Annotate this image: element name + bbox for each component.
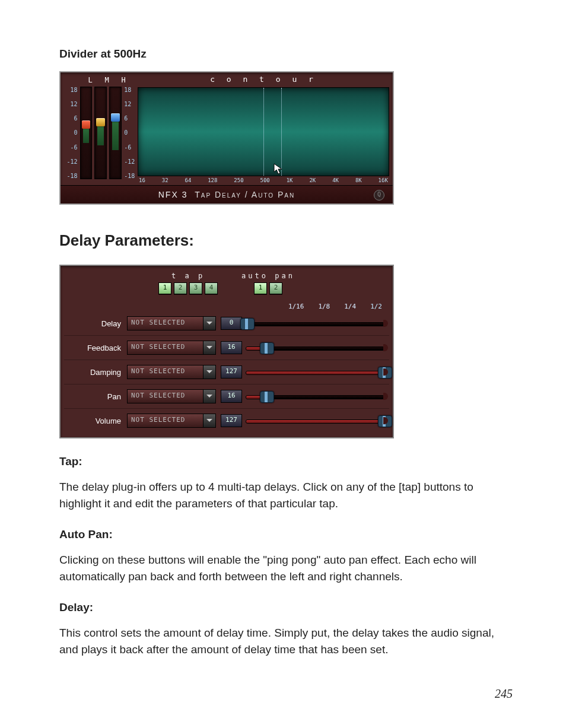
- chevron-down-icon[interactable]: [203, 316, 216, 330]
- param-slider[interactable]: [246, 392, 384, 400]
- param-select[interactable]: NOT SELECTED: [127, 341, 216, 354]
- param-label: Feedback: [64, 344, 127, 352]
- nfx-footer-bar: NFX 3 Tap Delay / Auto Pan Q: [61, 185, 393, 204]
- section-tap-heading: Tap:: [59, 455, 513, 468]
- tap-button-4[interactable]: 4: [205, 282, 218, 294]
- section-tap-body: The delay plug-in offers up to 4 multi-t…: [59, 479, 513, 511]
- param-select[interactable]: NOT SELECTED: [127, 414, 216, 427]
- autopan-button-2[interactable]: 2: [269, 282, 282, 294]
- band-slider-low[interactable]: [80, 87, 93, 179]
- param-value[interactable]: 127: [221, 365, 242, 379]
- lmh-label-l: L: [88, 76, 92, 84]
- tap-button-3[interactable]: 3: [189, 282, 202, 294]
- contour-title: c o n t o u r: [138, 75, 389, 84]
- param-select[interactable]: NOT SELECTED: [127, 317, 216, 330]
- chevron-down-icon[interactable]: [203, 365, 216, 379]
- section-delay-heading: Delay:: [59, 601, 513, 614]
- delay-parameters-panel: t a p 1 2 3 4 auto pan 1 2 1/16 1/8 1/4 …: [59, 265, 394, 438]
- tap-group: t a p 1 2 3 4: [158, 272, 218, 294]
- param-row-delay: DelayNOT SELECTED0: [64, 311, 389, 335]
- band-slider-mid[interactable]: [94, 87, 107, 179]
- contour-graph[interactable]: [138, 87, 389, 176]
- param-label: Volume: [64, 417, 127, 425]
- param-label: Damping: [64, 368, 127, 377]
- lmh-label-h: H: [121, 76, 125, 84]
- param-slider[interactable]: [246, 417, 384, 425]
- param-select-text: NOT SELECTED: [127, 389, 203, 403]
- param-value[interactable]: 16: [221, 341, 242, 354]
- lmh-sliders: L M H 18 12 6 0 -6 -12 -18 18: [61, 72, 138, 185]
- param-row-pan: PanNOT SELECTED16: [64, 384, 389, 408]
- param-row-damping: DampingNOT SELECTED127: [64, 360, 389, 384]
- param-value[interactable]: 16: [221, 390, 242, 403]
- frequency-axis: 16 32 64 128 250 500 1K 2K 4K 8K 16K: [138, 176, 389, 183]
- nfx-contour-panel: L M H 18 12 6 0 -6 -12 -18 18: [59, 71, 394, 205]
- heading-divider: Divider at 500Hz: [59, 47, 513, 61]
- autopan-group: auto pan 1 2: [241, 272, 295, 294]
- param-select-text: NOT SELECTED: [127, 341, 203, 355]
- nfx-footer-text: NFX 3 Tap Delay / Auto Pan: [158, 190, 295, 199]
- heading-delay-parameters: Delay Parameters:: [59, 231, 513, 250]
- chevron-down-icon[interactable]: [203, 341, 216, 355]
- band-slider-high[interactable]: [109, 87, 122, 179]
- time-ruler: 1/16 1/8 1/4 1/2: [61, 303, 393, 311]
- db-scale-left: 18 12 6 0 -6 -12 -18: [63, 87, 79, 179]
- section-delay-body: This control sets the amount of delay ti…: [59, 625, 513, 657]
- param-row-volume: VolumeNOT SELECTED127: [64, 408, 389, 433]
- tap-button-2[interactable]: 2: [174, 282, 187, 294]
- param-select[interactable]: NOT SELECTED: [127, 390, 216, 403]
- param-row-feedback: FeedbackNOT SELECTED16: [64, 335, 389, 360]
- param-label: Delay: [64, 319, 127, 328]
- tap-group-label: t a p: [158, 272, 218, 280]
- autopan-button-1[interactable]: 1: [254, 282, 267, 294]
- param-label: Pan: [64, 392, 127, 401]
- param-select-text: NOT SELECTED: [127, 365, 203, 379]
- param-select[interactable]: NOT SELECTED: [127, 365, 216, 379]
- autopan-group-label: auto pan: [241, 272, 295, 280]
- param-slider[interactable]: [246, 319, 384, 328]
- tap-button-1[interactable]: 1: [158, 282, 171, 294]
- param-value[interactable]: 0: [221, 317, 242, 330]
- chevron-down-icon[interactable]: [203, 414, 216, 428]
- param-slider[interactable]: [246, 368, 384, 376]
- help-icon[interactable]: Q: [374, 190, 384, 201]
- param-select-text: NOT SELECTED: [127, 316, 203, 330]
- section-autopan-body: Clicking on these buttons will enable th…: [59, 552, 513, 584]
- param-value[interactable]: 127: [221, 414, 242, 427]
- lmh-label-m: M: [104, 76, 109, 84]
- param-slider[interactable]: [246, 344, 384, 352]
- section-autopan-heading: Auto Pan:: [59, 528, 513, 541]
- db-scale-right: 18 12 6 0 -6 -12 -18: [123, 87, 138, 179]
- chevron-down-icon[interactable]: [203, 389, 216, 403]
- page-number: 245: [59, 687, 513, 701]
- param-select-text: NOT SELECTED: [127, 414, 203, 428]
